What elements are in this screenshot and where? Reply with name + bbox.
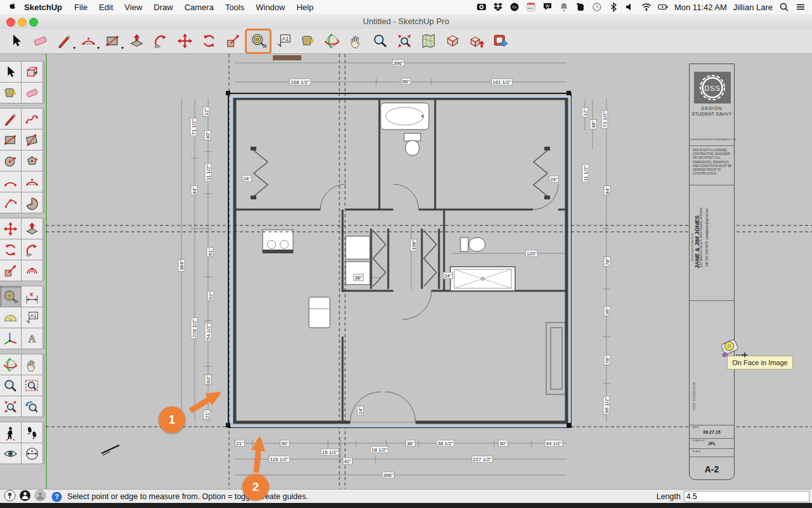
menu-window[interactable]: Window [250, 3, 291, 12]
toolbar-pan-button[interactable] [344, 30, 368, 53]
menu-clock[interactable]: Mon 11:42 AM [674, 3, 727, 12]
palette-two-point-arc-button[interactable] [21, 171, 43, 192]
dropdown-arrow-icon[interactable]: ▾ [97, 45, 100, 51]
palette-move-button[interactable] [0, 218, 22, 239]
selection-handle[interactable] [566, 91, 571, 95]
selection-handle[interactable] [226, 423, 230, 427]
window-title-bar[interactable]: Untitled - SketchUp Pro [0, 14, 812, 29]
credit-button[interactable] [19, 490, 31, 504]
toolbar-select-button[interactable] [4, 30, 28, 53]
toolbar-two-point-arc-button[interactable]: ▾ [76, 30, 100, 53]
palette-scale-button[interactable] [0, 260, 22, 281]
palette-look-around-button[interactable] [0, 443, 22, 464]
menu-user[interactable]: Jillian Lare [733, 3, 773, 12]
palette-pan-button[interactable] [21, 354, 43, 375]
toolbar-move-button[interactable] [173, 30, 197, 53]
menu-camera[interactable]: Camera [179, 3, 219, 12]
app-menu-sketchup[interactable]: SketchUp [24, 3, 62, 12]
creative-cloud-icon[interactable]: Cc [509, 2, 520, 12]
toolbar-share-model-button[interactable] [464, 30, 488, 53]
time-machine-icon[interactable] [592, 2, 602, 12]
menu-help[interactable]: Help [291, 3, 319, 12]
palette-dimension-button[interactable] [21, 286, 43, 307]
palette-orbit-button[interactable] [0, 354, 22, 375]
toolbar-zoom-button[interactable] [368, 30, 392, 53]
menu-view[interactable]: View [119, 3, 148, 12]
palette-select-button[interactable] [0, 61, 22, 83]
toolbar-get-models-button[interactable] [440, 30, 464, 53]
selection-handle[interactable] [226, 91, 230, 95]
palette-paint-bucket-button[interactable] [0, 82, 22, 104]
palette-line-button[interactable] [0, 108, 22, 130]
bell-icon[interactable] [559, 2, 569, 12]
toolbar-add-location-button[interactable] [416, 30, 440, 53]
palette-zoom-button[interactable] [0, 375, 22, 396]
menu-draw[interactable]: Draw [148, 3, 178, 12]
apple-menu-icon[interactable] [5, 2, 19, 13]
toolbar-eraser-button[interactable] [28, 30, 52, 53]
selection-handle[interactable] [566, 423, 571, 427]
toolbar-follow-me-button[interactable] [148, 30, 173, 53]
palette-zoom-extents-button[interactable] [0, 396, 22, 417]
toolbar-rectangle-button[interactable]: ▾ [100, 30, 124, 53]
palette-offset-button[interactable] [21, 260, 43, 281]
menu-edit[interactable]: Edit [93, 3, 119, 12]
toolbar-tape-measure-button[interactable] [245, 29, 272, 54]
bluetooth-icon[interactable] [608, 2, 619, 12]
palette-text-3d-button[interactable]: A [21, 328, 43, 349]
palette-protractor-button[interactable] [0, 307, 22, 328]
palette-arc-button[interactable] [0, 171, 22, 192]
palette-make-component-button[interactable] [21, 61, 43, 83]
dropbox-icon[interactable] [493, 2, 503, 12]
palette-circle-button[interactable] [0, 150, 22, 171]
help-icon[interactable]: ? [51, 491, 62, 502]
toolbar-text-button[interactable]: A1 [272, 30, 296, 53]
palette-rotate-button[interactable] [0, 239, 22, 260]
toolbar-rotate-button[interactable] [197, 30, 221, 53]
volume-icon[interactable] [625, 2, 635, 12]
palette-pie-button[interactable] [21, 192, 43, 213]
account-button[interactable] [34, 490, 46, 504]
toolbar-scale-button[interactable] [221, 30, 245, 53]
dropdown-arrow-icon[interactable]: ▾ [121, 45, 124, 51]
palette-zoom-previous-button[interactable] [21, 396, 43, 417]
palette-section-plane-button[interactable] [21, 443, 43, 464]
toolbar-zoom-extents-button[interactable] [392, 30, 416, 53]
palette-rectangle-button[interactable] [0, 129, 22, 150]
length-input[interactable] [684, 491, 809, 502]
spotlight-icon[interactable] [779, 2, 789, 12]
toolbar-line-button[interactable]: ▾ [52, 30, 76, 53]
toolbar-paint-bucket-button[interactable] [296, 30, 320, 53]
wifi-icon[interactable] [641, 2, 652, 12]
toolbar-send-to-layout-button[interactable] [488, 30, 513, 53]
dropdown-arrow-icon[interactable]: ▾ [73, 45, 75, 51]
screenshot-icon[interactable] [476, 2, 487, 12]
palette-push-pull-button[interactable] [21, 218, 43, 239]
toolbar-orbit-button[interactable] [320, 30, 344, 53]
palette-tape-measure-button[interactable] [0, 286, 22, 307]
palette-follow-me-button[interactable] [21, 239, 43, 260]
chat-icon[interactable]: W [542, 2, 553, 12]
palette-walk-button[interactable] [21, 422, 43, 443]
drawn-by-value: JFL [690, 441, 734, 446]
toolbar-push-pull-button[interactable] [124, 30, 148, 53]
palette-eraser-button[interactable] [21, 82, 43, 104]
geolocation-button[interactable] [4, 490, 16, 504]
palette-position-camera-button[interactable] [0, 422, 22, 443]
palette-text-button[interactable]: A1 [21, 307, 43, 328]
calendar-app-icon[interactable] [526, 2, 536, 12]
svg-text:Cc: Cc [512, 5, 516, 9]
menu-file[interactable]: File [69, 3, 93, 12]
battery-icon[interactable] [658, 2, 668, 12]
status-hint: Select point or edge to measure from. Op… [67, 492, 308, 501]
palette-polygon-button[interactable] [21, 150, 43, 171]
palette-zoom-window-button[interactable] [21, 375, 43, 396]
palette-axes-button[interactable] [0, 328, 22, 349]
menu-tools[interactable]: Tools [219, 3, 250, 12]
large-tool-set: A1A [0, 62, 44, 469]
palette-three-point-arc-button[interactable] [0, 192, 22, 213]
notification-center-icon[interactable] [796, 2, 806, 12]
palette-rotated-rectangle-button[interactable] [21, 129, 43, 150]
palette-freehand-button[interactable] [21, 108, 43, 130]
evernote-icon[interactable] [575, 2, 586, 12]
